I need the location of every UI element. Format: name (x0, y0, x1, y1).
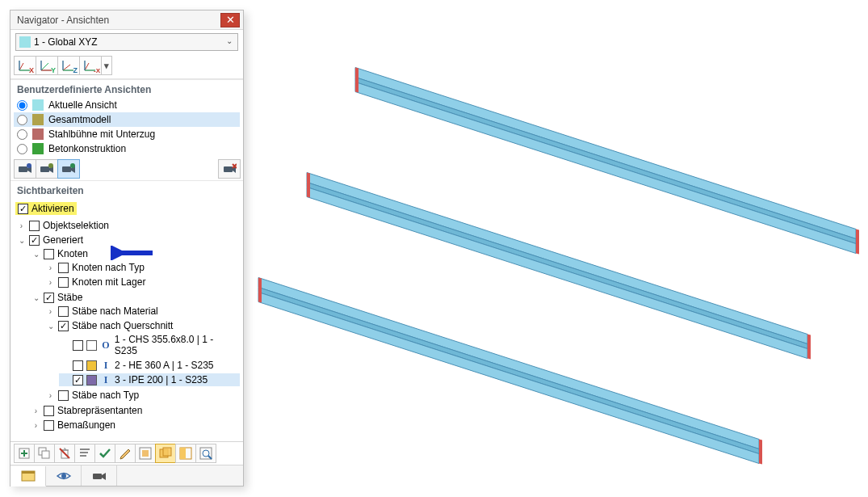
checkbox[interactable] (44, 420, 54, 431)
chevron-down-icon[interactable]: ⌄ (31, 293, 40, 302)
chevron-right-icon[interactable]: › (17, 221, 26, 230)
chevron-right-icon[interactable]: › (46, 391, 55, 400)
user-view-radio[interactable] (17, 100, 27, 111)
btn-filter[interactable] (135, 444, 156, 463)
axis-neg-x-button[interactable]: -X (79, 56, 102, 75)
user-views-heading: Benutzerdefinierte Ansichten (10, 79, 243, 98)
checkbox[interactable] (58, 306, 69, 317)
camera-delete-button[interactable] (218, 159, 241, 179)
chevron-right-icon[interactable]: › (31, 406, 40, 415)
camera-row (10, 158, 243, 180)
activate-label: Aktivieren (31, 203, 74, 214)
checkbox[interactable] (58, 321, 69, 331)
btn-union[interactable] (155, 444, 176, 463)
btn-isolate[interactable] (195, 444, 216, 463)
view-selector[interactable]: 1 - Global XYZ ⌄ (15, 33, 238, 51)
tree-node[interactable]: ›Stäbe nach Material (44, 305, 240, 318)
svg-point-8 (70, 163, 75, 168)
tree-node-objektselektion[interactable]: ›Objektselektion (15, 219, 240, 232)
checkbox[interactable] (58, 263, 69, 273)
btn-new[interactable] (14, 444, 35, 463)
svg-point-26 (61, 474, 66, 478)
tree-node-knoten[interactable]: ⌄Knoten (30, 247, 240, 260)
user-view-row[interactable]: Betonkonstruktion (14, 141, 240, 156)
svg-rect-21 (180, 448, 186, 459)
tree-node-staebe[interactable]: ⌄Stäbe (30, 291, 240, 304)
checkbox[interactable] (73, 340, 83, 351)
chevron-down-icon[interactable]: ⌄ (17, 236, 26, 245)
view-selector-row: 1 - Global XYZ ⌄ (10, 30, 243, 54)
btn-sort[interactable] (74, 444, 95, 463)
tree-node[interactable]: ›Knoten nach Typ (44, 261, 240, 274)
section-item[interactable]: O1 - CHS 355.6x8.0 | 1 - S235 (59, 333, 240, 357)
tab-data[interactable] (10, 466, 46, 486)
camera-1[interactable] (14, 159, 36, 179)
tree-node[interactable]: ›Stabrepräsentanten (30, 404, 240, 417)
axis-x-button[interactable]: X (14, 56, 36, 75)
axis-z-button[interactable]: Z (57, 56, 80, 75)
checkbox[interactable] (58, 277, 69, 288)
chevron-right-icon[interactable]: › (46, 278, 55, 287)
tab-cams[interactable] (82, 465, 117, 486)
tree-node-generiert[interactable]: ⌄Generiert (15, 234, 240, 246)
axis-more-button[interactable]: ▾ (101, 56, 112, 75)
svg-rect-6 (62, 166, 71, 172)
tree-node[interactable]: ›Knoten mit Lager (44, 276, 240, 289)
btn-del[interactable] (54, 444, 75, 463)
checkbox[interactable] (29, 221, 40, 231)
user-view-swatch (32, 128, 44, 140)
checkbox[interactable] (44, 249, 54, 259)
tree-node[interactable]: ⌄Stäbe nach Querschnitt (44, 319, 240, 332)
view-selector-label: 1 - Global XYZ (34, 36, 98, 48)
checkbox[interactable] (44, 406, 54, 416)
tabbar (10, 465, 243, 486)
checkbox[interactable] (29, 235, 40, 246)
navigator-panel: Navigator - Ansichten ✕ 1 - Global XYZ ⌄… (10, 10, 244, 486)
user-view-radio[interactable] (17, 115, 27, 125)
checkbox[interactable] (73, 360, 83, 371)
svg-rect-14 (42, 451, 49, 458)
user-view-swatch (32, 114, 44, 125)
chevron-down-icon[interactable]: ⌄ (31, 250, 40, 259)
axis-y-button[interactable]: Y (36, 56, 58, 75)
svg-rect-27 (93, 474, 102, 479)
camera-2[interactable] (36, 159, 58, 179)
tree-node[interactable]: ›Stäbe nach Typ (44, 389, 240, 402)
user-view-radio[interactable] (17, 144, 27, 154)
btn-edit[interactable] (115, 444, 136, 463)
btn-invert[interactable] (175, 444, 196, 463)
tab-views[interactable] (46, 465, 82, 486)
chevron-right-icon[interactable]: › (46, 307, 55, 316)
axis-buttons: X Y Z -X ▾ (10, 54, 243, 79)
camera-3[interactable] (57, 159, 80, 179)
tree-node[interactable]: ›Bemaßungen (30, 419, 240, 432)
btn-dup[interactable] (34, 444, 55, 463)
chevron-right-icon[interactable]: › (46, 263, 55, 272)
chevron-right-icon[interactable]: › (31, 421, 40, 430)
user-view-row[interactable]: Stahlbühne mit Unterzug (14, 127, 240, 141)
checkbox[interactable] (58, 390, 69, 401)
checkbox[interactable] (73, 375, 83, 385)
checkbox[interactable] (44, 293, 54, 303)
user-view-radio[interactable] (17, 129, 27, 140)
visibilities-area: Aktivieren ›Objektselektion⌄Generiert⌄Kn… (10, 199, 243, 441)
section-profile-icon: O (100, 339, 111, 351)
svg-rect-19 (163, 448, 171, 456)
user-view-row[interactable]: Gesamtmodell (14, 112, 240, 127)
viewport-3d[interactable] (250, 10, 868, 497)
svg-point-2 (27, 163, 31, 168)
user-view-swatch (32, 99, 44, 111)
close-button[interactable]: ✕ (220, 13, 240, 27)
view-swatch (19, 36, 31, 48)
svg-rect-25 (22, 471, 35, 474)
activate-toggle[interactable]: Aktivieren (15, 202, 77, 215)
section-item[interactable]: I3 - IPE 200 | 1 - S235 (59, 373, 240, 386)
activate-checkbox[interactable] (18, 204, 28, 214)
chevron-down-icon[interactable]: ⌄ (46, 322, 55, 331)
user-view-row[interactable]: Aktuelle Ansicht (14, 98, 240, 112)
btn-apply[interactable] (94, 444, 115, 463)
svg-point-23 (203, 450, 209, 457)
section-item[interactable]: I2 - HE 360 A | 1 - S235 (59, 359, 240, 372)
section-profile-icon: I (100, 360, 111, 371)
svg-rect-3 (40, 166, 49, 172)
